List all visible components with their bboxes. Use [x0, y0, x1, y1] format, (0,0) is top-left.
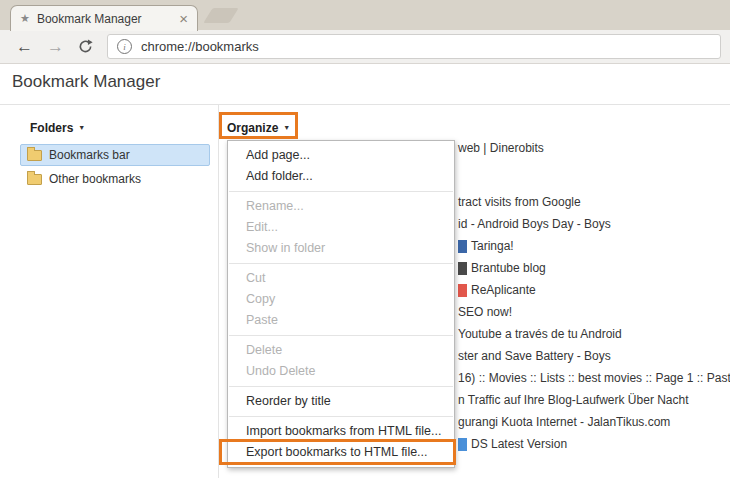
- favicon: [458, 262, 467, 275]
- menu-item-show-in-folder: Show in folder: [228, 238, 454, 259]
- organize-dropdown-button[interactable]: Organize▼: [227, 119, 290, 137]
- address-bar[interactable]: i chrome://bookmarks: [107, 34, 721, 59]
- bookmark-title: 16) :: Movies :: Lists :: best movies ::…: [458, 371, 730, 385]
- sidebar-item-other-bookmarks[interactable]: Other bookmarks: [20, 168, 210, 190]
- bookmark-title: Taringa!: [471, 239, 514, 253]
- menu-item-reorder-by-title[interactable]: Reorder by title: [228, 391, 454, 412]
- sidebar-divider: [218, 105, 219, 478]
- menu-item-edit: Edit...: [228, 217, 454, 238]
- bookmark-title: n Traffic auf Ihre Blog-Laufwerk Über Na…: [458, 393, 689, 407]
- bookmark-title: ReAplicante: [471, 283, 536, 297]
- bookmark-title: SEO now!: [458, 305, 512, 319]
- organize-label: Organize: [227, 121, 278, 135]
- bookmark-item[interactable]: Taringa!: [458, 235, 514, 257]
- menu-item-import-bookmarks[interactable]: Import bookmarks from HTML file...: [228, 421, 454, 442]
- menu-item-label: Export bookmarks to HTML file...: [246, 445, 428, 459]
- new-tab-button[interactable]: [203, 8, 238, 23]
- menu-separator: [229, 335, 453, 336]
- bookmark-title: DS Latest Version: [471, 437, 567, 451]
- bookmark-item[interactable]: DS Latest Version: [458, 433, 567, 455]
- bookmark-item[interactable]: ReAplicante: [458, 279, 536, 301]
- menu-item-add-folder[interactable]: Add folder...: [228, 166, 454, 187]
- menu-item-copy: Copy: [228, 289, 454, 310]
- bookmark-title: tract visits from Google: [458, 195, 581, 209]
- bookmark-title: Brantube blog: [471, 261, 546, 275]
- favicon: [458, 438, 467, 451]
- tab-close-icon[interactable]: ×: [179, 11, 188, 26]
- browser-toolbar: ← → i chrome://bookmarks: [0, 30, 730, 64]
- back-icon[interactable]: ←: [16, 38, 33, 55]
- page-title: Bookmark Manager: [12, 72, 160, 92]
- chevron-down-icon: ▼: [78, 124, 85, 131]
- bookmark-item[interactable]: Youtube a través de tu Android: [458, 323, 622, 345]
- bookmark-item[interactable]: 16) :: Movies :: Lists :: best movies ::…: [458, 367, 730, 389]
- sidebar-item-label: Other bookmarks: [49, 172, 141, 186]
- folders-dropdown-button[interactable]: Folders▼: [30, 119, 85, 137]
- browser-tab[interactable]: ★ Bookmark Manager ×: [10, 5, 198, 31]
- bookmark-item[interactable]: ster and Save Battery - Boys: [458, 345, 611, 367]
- bookmark-title: gurangi Kuota Internet - JalanTikus.com: [458, 415, 670, 429]
- reload-icon[interactable]: [78, 39, 93, 54]
- favicon: [458, 284, 467, 297]
- folder-icon: [27, 150, 42, 161]
- chevron-down-icon: ▼: [283, 124, 290, 131]
- bookmark-item[interactable]: tract visits from Google: [458, 191, 581, 213]
- bookmark-item[interactable]: SEO now!: [458, 301, 512, 323]
- tab-strip: ★ Bookmark Manager ×: [0, 0, 730, 30]
- organize-menu: Add page... Add folder... Rename... Edit…: [227, 140, 455, 468]
- menu-item-paste: Paste: [228, 310, 454, 331]
- menu-separator: [229, 386, 453, 387]
- menu-item-rename: Rename...: [228, 196, 454, 217]
- bookmark-title: Youtube a través de tu Android: [458, 327, 622, 341]
- menu-item-add-page[interactable]: Add page...: [228, 145, 454, 166]
- bookmark-title: web | Dinerobits: [458, 141, 544, 155]
- menu-item-undo-delete: Undo Delete: [228, 361, 454, 382]
- bookmark-item[interactable]: Brantube blog: [458, 257, 546, 279]
- bookmark-title: ster and Save Battery - Boys: [458, 349, 611, 363]
- favicon: [458, 240, 467, 253]
- sidebar-item-label: Bookmarks bar: [49, 148, 130, 162]
- folder-icon: [27, 174, 42, 185]
- forward-icon[interactable]: →: [47, 38, 64, 55]
- page-info-icon[interactable]: i: [117, 39, 132, 54]
- menu-item-delete: Delete: [228, 340, 454, 361]
- url-text: chrome://bookmarks: [141, 39, 259, 54]
- bookmark-star-icon: ★: [20, 12, 30, 25]
- sidebar-item-bookmarks-bar[interactable]: Bookmarks bar: [20, 144, 210, 166]
- menu-item-export-bookmarks[interactable]: Export bookmarks to HTML file...: [228, 442, 454, 463]
- header-divider: [0, 104, 730, 105]
- bookmark-title: id - Android Boys Day - Boys: [458, 217, 611, 231]
- menu-separator: [229, 191, 453, 192]
- menu-item-cut: Cut: [228, 268, 454, 289]
- menu-separator: [229, 416, 453, 417]
- folders-label: Folders: [30, 121, 73, 135]
- bookmark-item[interactable]: gurangi Kuota Internet - JalanTikus.com: [458, 411, 670, 433]
- tab-title: Bookmark Manager: [37, 12, 172, 26]
- bookmark-item[interactable]: web | Dinerobits: [458, 137, 544, 159]
- bookmark-item[interactable]: id - Android Boys Day - Boys: [458, 213, 611, 235]
- info-letter: i: [123, 42, 126, 52]
- bookmark-item[interactable]: n Traffic auf Ihre Blog-Laufwerk Über Na…: [458, 389, 689, 411]
- menu-separator: [229, 263, 453, 264]
